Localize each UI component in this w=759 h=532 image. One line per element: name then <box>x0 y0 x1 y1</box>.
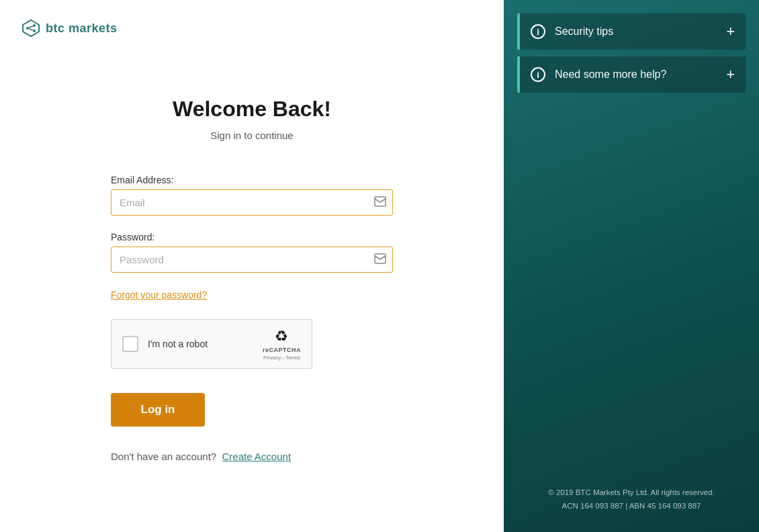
login-container: Welcome Back! Sign in to continue Email … <box>0 56 504 532</box>
create-account-link[interactable]: Create Account <box>222 451 292 462</box>
recaptcha-logo-icon: ♻ <box>275 328 288 345</box>
recaptcha-brand: reCAPTCHA <box>263 347 301 353</box>
btc-markets-logo-icon <box>21 19 40 38</box>
right-panel: i Security tips + i Need some more help?… <box>504 0 759 532</box>
security-tips-label: Security tips <box>555 26 717 38</box>
sign-in-subtitle: Sign in to continue <box>210 130 293 141</box>
recaptcha-logo-area: ♻ reCAPTCHA Privacy - Terms <box>263 328 301 361</box>
recaptcha-links: Privacy - Terms <box>263 355 300 361</box>
recaptcha-label: I'm not a robot <box>148 339 253 349</box>
security-tips-accordion[interactable]: i Security tips + <box>517 13 746 50</box>
svg-point-3 <box>33 30 36 32</box>
svg-marker-0 <box>23 20 39 36</box>
svg-rect-6 <box>375 197 386 206</box>
no-account-label: Don't have an account? <box>111 451 216 462</box>
email-icon <box>374 196 386 210</box>
svg-rect-7 <box>375 254 386 263</box>
logo-area: btc markets <box>0 0 504 56</box>
help-expand-icon: + <box>726 67 735 82</box>
password-input-wrapper <box>111 247 393 273</box>
security-tips-info-icon: i <box>531 24 545 39</box>
svg-line-5 <box>29 29 33 30</box>
footer-line2: ACN 164 093 887 | ABN 45 164 093 887 <box>517 499 746 513</box>
login-form: Email Address: Password: <box>111 175 393 462</box>
welcome-title: Welcome Back! <box>173 97 331 122</box>
login-button[interactable]: Log in <box>111 393 205 427</box>
help-label: Need some more help? <box>555 69 717 81</box>
svg-point-2 <box>33 24 36 27</box>
help-info-icon: i <box>531 67 545 82</box>
left-panel: btc markets Welcome Back! Sign in to con… <box>0 0 504 532</box>
svg-line-4 <box>29 26 33 28</box>
logo-text: btc markets <box>46 21 118 36</box>
help-accordion[interactable]: i Need some more help? + <box>517 56 746 93</box>
forgot-password-link[interactable]: Forgot your password? <box>111 290 207 300</box>
password-label: Password: <box>111 232 393 242</box>
password-icon <box>374 253 386 267</box>
right-panel-footer: © 2019 BTC Markets Pty Ltd. All rights r… <box>504 486 759 513</box>
svg-point-1 <box>26 27 29 30</box>
footer-line1: © 2019 BTC Markets Pty Ltd. All rights r… <box>517 486 746 500</box>
create-account-text: Don't have an account? Create Account <box>111 451 393 462</box>
email-input-wrapper <box>111 189 393 216</box>
security-tips-expand-icon: + <box>726 24 735 39</box>
email-label: Email Address: <box>111 175 393 185</box>
email-input[interactable] <box>111 189 393 216</box>
recaptcha-checkbox[interactable] <box>122 336 138 352</box>
recaptcha-widget[interactable]: I'm not a robot ♻ reCAPTCHA Privacy - Te… <box>111 319 312 369</box>
password-input[interactable] <box>111 247 393 273</box>
